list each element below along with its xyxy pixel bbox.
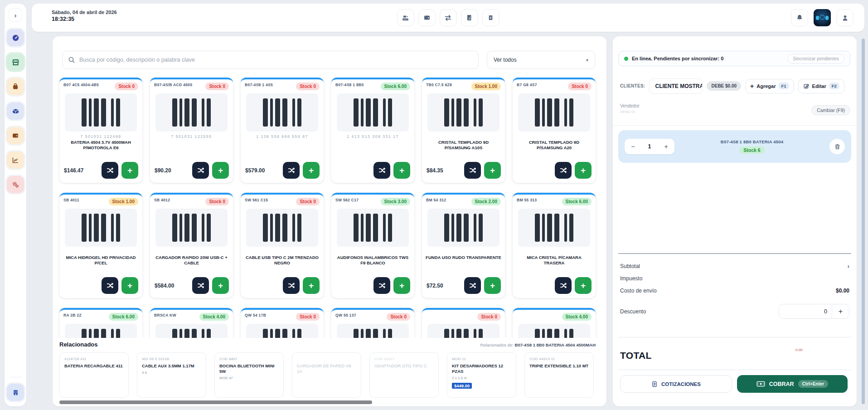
variants-button[interactable]	[192, 277, 209, 294]
barcode-digits: 7 501031 122488	[59, 134, 142, 139]
related-card[interactable]: COD 44519 11 TRIPIE EXTENSIBLE 1.10 MT	[524, 352, 594, 398]
banknote-icon	[756, 381, 765, 387]
online-status-text: En linea. Pendientes por sincronizar: 0	[632, 56, 784, 61]
plus-icon: +	[399, 281, 404, 290]
add-client-button[interactable]: + Agregar F1	[745, 79, 794, 93]
cash-register-icon	[402, 14, 409, 22]
variants-button[interactable]	[555, 162, 572, 179]
product-code: SB 4012	[154, 198, 170, 202]
variants-button[interactable]	[283, 162, 300, 179]
tax-row: Impuesto	[620, 274, 849, 283]
related-card[interactable]: COD 8897 BOCINA BLUETOOTH MINI 5W MOD 47	[214, 352, 284, 398]
remove-item-button[interactable]	[829, 139, 845, 154]
user-profile-button[interactable]	[836, 9, 853, 26]
transfer-button[interactable]	[440, 9, 457, 26]
charge-button[interactable]: COBRAR Ctrl+Enter	[737, 375, 848, 393]
sale-note-button[interactable]	[461, 9, 478, 26]
variants-button[interactable]	[192, 162, 209, 179]
sidebar-item-reports[interactable]	[7, 151, 24, 169]
product-card[interactable]: BM 54 312 Stock 2.00 FUNDA USO RUDO TRAN…	[422, 193, 505, 298]
product-card[interactable]: SB 4011 Stock 1.00 MICA HIDROGEL HD PRIV…	[59, 193, 142, 298]
add-to-cart-button[interactable]: +	[393, 277, 410, 294]
related-card[interactable]: COD 20417 ADAPTADOR OTG TIPO C	[369, 352, 439, 398]
divider	[618, 370, 851, 370]
variants-button[interactable]	[373, 162, 390, 179]
horizontal-scrollbar[interactable]	[59, 400, 372, 404]
add-to-cart-button[interactable]: +	[484, 162, 501, 179]
sidebar-item-purchases[interactable]	[7, 78, 24, 95]
barcode-digits: 1 413 013 308 331 17	[331, 134, 414, 139]
sidebar-expand-button[interactable]: ›	[9, 8, 22, 22]
related-card[interactable]: 4118728 411 BATERIA RECARGABLE 411	[59, 352, 129, 398]
sidebar-item-cash[interactable]	[7, 127, 24, 144]
sidebar-item-store[interactable]	[7, 54, 24, 71]
sidebar-item-business[interactable]	[7, 384, 24, 401]
product-card[interactable]: B7 G8 4S7 Stock 0 CRISTAL TEMPLADO 9D P/…	[513, 78, 596, 183]
vertical-scrollbar[interactable]	[862, 39, 865, 404]
product-card[interactable]: Stock 4.00 +	[513, 308, 596, 338]
add-to-cart-button[interactable]: +	[484, 277, 501, 294]
edit-pencil-icon	[803, 83, 810, 89]
product-card[interactable]: B07 4C5 4504-4B5 Stock 0 7 501031 122488…	[59, 78, 142, 183]
product-card[interactable]: QW 54 17B Stock 0 +	[241, 308, 324, 338]
product-card[interactable]: B07-4S/B ACD 4505 Stock 0 7 501031 12255…	[150, 78, 233, 183]
product-card[interactable]: SW 562 C17 Stock 3.00 AUDIFONOS INALAMBR…	[331, 193, 414, 298]
variants-button[interactable]	[464, 162, 481, 179]
stock-badge: Stock 6.00	[109, 313, 138, 321]
variants-button[interactable]	[464, 277, 481, 294]
edit-client-button[interactable]: Editar F2	[798, 79, 844, 93]
variants-button[interactable]	[555, 277, 572, 294]
wallet-button[interactable]	[418, 9, 436, 26]
variants-button[interactable]	[102, 162, 118, 179]
related-card[interactable]: 452 05 0 10128 CABLE AUX 3.5MM 1.17M 4 b	[137, 352, 206, 398]
product-card[interactable]: RA 2B 2Z Stock 6.00 +	[59, 308, 142, 338]
product-card[interactable]: BM 55 313 Stock 6.00 MICA CRISTAL P/CAMA…	[513, 193, 596, 298]
product-card[interactable]: TB0 C7.5 6Z8 Stock 1.00 CRISTAL TEMPLADO…	[422, 78, 505, 183]
product-code: TB0 C7.5 6Z8	[426, 83, 452, 87]
sync-pending-button[interactable]: Sincronizar pendientes	[787, 54, 844, 63]
add-to-cart-button[interactable]: +	[393, 162, 410, 179]
add-to-cart-button[interactable]: +	[575, 277, 592, 294]
variants-button[interactable]	[373, 277, 390, 294]
related-card[interactable]: MOD 11 KIT DESARMADORES 12 PZAS 2 x 1.5 …	[447, 352, 516, 398]
qty-plus-button[interactable]: +	[658, 143, 674, 150]
tax-label: Impuesto	[620, 275, 642, 282]
search-input[interactable]	[79, 57, 473, 63]
variants-button[interactable]	[283, 277, 300, 294]
product-card[interactable]: B07-4S8 1 8B0 Stock 6.00 1 413 013 308 3…	[331, 78, 414, 183]
add-to-cart-button[interactable]: +	[303, 162, 320, 179]
product-card[interactable]: Stock 0 +	[422, 308, 505, 338]
receipt-dollar-button[interactable]: $	[482, 9, 499, 26]
plus-icon: +	[581, 281, 586, 290]
sidebar-item-settings[interactable]	[7, 176, 24, 193]
product-card[interactable]: QW 55 137 Stock 0 +	[331, 308, 414, 338]
client-select[interactable]: CLIENTE MOSTRA	[649, 78, 703, 94]
add-to-cart-button[interactable]: +	[212, 277, 229, 294]
add-to-cart-button[interactable]: +	[575, 162, 592, 179]
notifications-button[interactable]	[791, 9, 808, 26]
support-avatar[interactable]	[814, 9, 831, 26]
add-to-cart-button[interactable]: +	[303, 277, 320, 294]
discount-input[interactable]	[779, 304, 832, 318]
product-code: BM 55 313	[517, 198, 537, 202]
stock-badge: Stock 0	[296, 83, 320, 90]
add-to-cart-button[interactable]: +	[212, 162, 229, 179]
add-to-cart-button[interactable]: +	[121, 162, 138, 179]
sidebar-item-dashboard[interactable]	[7, 29, 24, 46]
cash-register-button[interactable]	[397, 9, 414, 26]
sidebar-item-inventory[interactable]	[7, 102, 24, 120]
product-card[interactable]: BRSCA KW Stock 4.00 +	[150, 308, 233, 338]
product-card[interactable]: SB 4012 Stock 0 CARGADOR RAPIDO 20W USB-…	[150, 193, 233, 298]
related-card[interactable]: CARGADOR DE PARED V8 1A	[292, 352, 361, 398]
product-card[interactable]: B07-4S8 1 4S5 Stock 0 1 138 558 666 556 …	[241, 78, 324, 183]
quotes-button[interactable]: COTIZACIONES	[620, 375, 732, 393]
add-to-cart-button[interactable]: +	[121, 277, 138, 294]
change-vendor-button[interactable]: Cambiar (F9)	[811, 105, 850, 115]
product-card[interactable]: SW 561 C15 Stock 0 CABLE USB TIPO C 2M T…	[241, 193, 324, 298]
filter-select[interactable]: Ver todos ▾	[487, 51, 595, 69]
topbar: Sábado, 04 de abril de 2026 18:32:35 $	[32, 4, 864, 32]
plus-icon: +	[309, 281, 314, 290]
variants-button[interactable]	[102, 277, 118, 294]
discount-plus-button[interactable]: +	[832, 304, 849, 318]
qty-minus-button[interactable]: −	[625, 143, 641, 150]
